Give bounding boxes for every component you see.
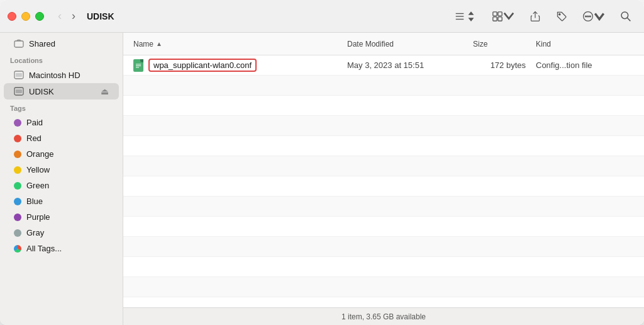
svg-rect-16	[16, 73, 22, 77]
svg-point-7	[559, 13, 560, 14]
table-row	[123, 136, 644, 156]
table-row[interactable]: wpa_supplicant-wlan0.conf May 3, 2023 at…	[123, 55, 644, 76]
svg-rect-4	[498, 11, 502, 15]
green-dot	[14, 182, 21, 190]
tag-icon	[556, 11, 567, 22]
sidebar-green-label: Green	[26, 181, 49, 190]
file-list[interactable]: wpa_supplicant-wlan0.conf May 3, 2023 at…	[123, 55, 644, 307]
sidebar-purple-label: Purple	[26, 212, 50, 222]
table-row	[123, 277, 644, 297]
more-button[interactable]	[577, 8, 610, 25]
table-row	[123, 76, 644, 96]
config-file-icon	[133, 59, 143, 72]
toolbar-actions	[449, 8, 636, 25]
chevron-down-icon	[503, 11, 514, 22]
usb-disk-icon	[14, 86, 24, 96]
table-row	[123, 96, 644, 116]
grid-icon	[492, 11, 503, 22]
file-name-text: wpa_supplicant-wlan0.conf	[148, 59, 257, 72]
red-dot	[14, 135, 21, 142]
svg-rect-18	[16, 89, 22, 93]
forward-button[interactable]: ›	[68, 8, 79, 24]
sidebar: Shared Locations Macintosh HD UDISK	[0, 33, 123, 325]
svg-rect-6	[498, 16, 502, 20]
minimize-button[interactable]	[21, 12, 30, 21]
chevron-down-small-icon	[594, 11, 605, 22]
sidebar-item-orange[interactable]: Orange	[4, 146, 119, 162]
file-area: Name ▲ Date Modified Size Kind	[123, 33, 644, 325]
sidebar-item-paid[interactable]: Paid	[4, 115, 119, 130]
sidebar-item-all-tags[interactable]: All Tags...	[4, 241, 119, 256]
window-title: UDISK	[87, 11, 449, 21]
sidebar-item-shared[interactable]: Shared	[4, 35, 119, 52]
sidebar-item-purple[interactable]: Purple	[4, 209, 119, 225]
sidebar-item-green[interactable]: Green	[4, 178, 119, 193]
chevron-updown-icon	[465, 11, 477, 22]
yellow-dot	[14, 166, 21, 174]
svg-rect-5	[493, 16, 497, 20]
maximize-button[interactable]	[35, 12, 44, 21]
file-size-cell: 172 bytes	[473, 60, 536, 70]
grid-view-button[interactable]	[487, 8, 519, 25]
sidebar-item-gray[interactable]: Gray	[4, 225, 119, 241]
titlebar: ‹ › UDISK	[0, 0, 644, 33]
disk-icon	[14, 70, 24, 80]
share-icon	[530, 11, 541, 22]
purple-dot	[14, 214, 21, 221]
sidebar-item-blue[interactable]: Blue	[4, 193, 119, 209]
gray-dot	[14, 229, 21, 237]
list-view-button[interactable]	[449, 8, 482, 25]
main-container: Shared Locations Macintosh HD UDISK	[0, 33, 644, 325]
sort-arrow-icon: ▲	[156, 40, 162, 47]
sidebar-item-macintosh-hd[interactable]: Macintosh HD	[4, 67, 119, 83]
sidebar-macintosh-label: Macintosh HD	[29, 71, 80, 80]
col-name-header[interactable]: Name ▲	[133, 40, 347, 48]
svg-line-13	[627, 18, 630, 21]
close-button[interactable]	[8, 12, 16, 21]
svg-rect-3	[493, 11, 497, 15]
table-row	[123, 257, 644, 277]
sidebar-orange-label: Orange	[26, 149, 53, 159]
col-modified-header[interactable]: Date Modified	[347, 40, 473, 48]
sidebar-item-red[interactable]: Red	[4, 130, 119, 146]
sidebar-yellow-label: Yellow	[26, 165, 50, 174]
search-button[interactable]	[615, 8, 636, 25]
table-row	[123, 217, 644, 237]
sidebar-locations-label: Locations	[0, 52, 123, 67]
search-icon	[620, 11, 631, 22]
nav-buttons: ‹ ›	[54, 8, 79, 24]
sidebar-all-tags-label: All Tags...	[26, 244, 62, 253]
sidebar-item-udisk[interactable]: UDISK ⏏	[4, 83, 119, 100]
orange-dot	[14, 151, 21, 158]
more-icon	[582, 11, 594, 22]
table-row	[123, 176, 644, 197]
sidebar-red-label: Red	[26, 134, 42, 143]
sidebar-tags-label: Tags	[0, 100, 123, 115]
sidebar-udisk-label: UDISK	[29, 87, 54, 96]
paid-dot	[14, 119, 21, 127]
table-row	[123, 297, 644, 307]
file-kind-cell: Config...tion file	[536, 60, 634, 70]
share-button[interactable]	[525, 8, 546, 25]
list-view-icon	[454, 11, 465, 22]
blue-dot	[14, 198, 21, 205]
file-modified-cell: May 3, 2023 at 15:51	[347, 60, 473, 70]
sidebar-paid-label: Paid	[26, 118, 43, 127]
tag-button[interactable]	[551, 8, 572, 25]
file-name-cell: wpa_supplicant-wlan0.conf	[133, 59, 347, 72]
status-text: 1 item, 3.65 GB available	[341, 312, 426, 321]
svg-point-10	[587, 16, 589, 17]
back-button[interactable]: ‹	[54, 8, 65, 24]
shared-icon	[14, 38, 24, 48]
sidebar-shared-label: Shared	[29, 39, 55, 48]
eject-icon[interactable]: ⏏	[101, 86, 109, 96]
col-kind-header[interactable]: Kind	[536, 40, 634, 48]
table-row	[123, 156, 644, 176]
sidebar-item-yellow[interactable]: Yellow	[4, 162, 119, 178]
col-size-header[interactable]: Size	[473, 40, 536, 48]
svg-rect-14	[14, 41, 23, 47]
file-header: Name ▲ Date Modified Size Kind	[123, 33, 644, 55]
table-row	[123, 116, 644, 136]
svg-point-11	[589, 16, 591, 17]
table-row	[123, 197, 644, 217]
